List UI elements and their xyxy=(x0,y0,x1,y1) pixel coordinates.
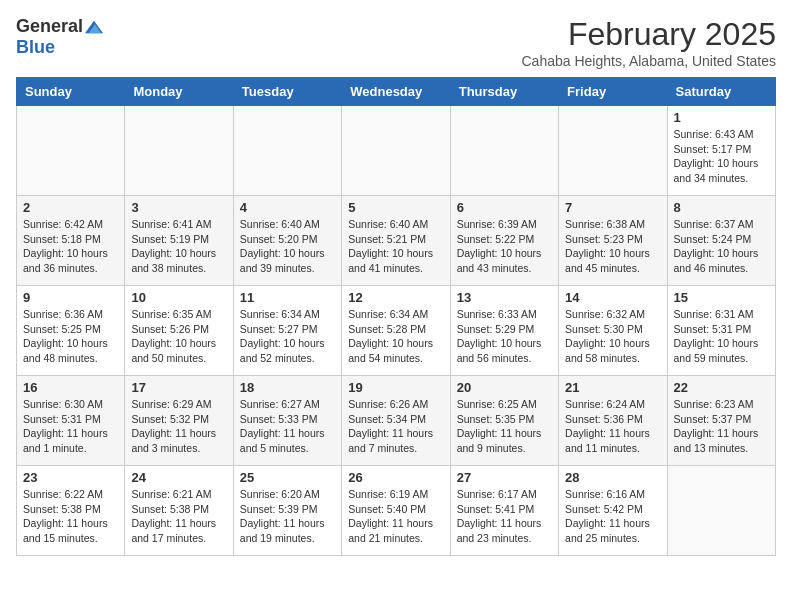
day-number: 20 xyxy=(457,380,552,395)
day-info: Sunrise: 6:35 AM Sunset: 5:26 PM Dayligh… xyxy=(131,307,226,366)
day-number: 22 xyxy=(674,380,769,395)
day-number: 17 xyxy=(131,380,226,395)
calendar-cell: 8Sunrise: 6:37 AM Sunset: 5:24 PM Daylig… xyxy=(667,196,775,286)
calendar-cell: 27Sunrise: 6:17 AM Sunset: 5:41 PM Dayli… xyxy=(450,466,558,556)
day-number: 15 xyxy=(674,290,769,305)
weekday-header-tuesday: Tuesday xyxy=(233,78,341,106)
calendar-cell: 10Sunrise: 6:35 AM Sunset: 5:26 PM Dayli… xyxy=(125,286,233,376)
day-info: Sunrise: 6:36 AM Sunset: 5:25 PM Dayligh… xyxy=(23,307,118,366)
day-info: Sunrise: 6:26 AM Sunset: 5:34 PM Dayligh… xyxy=(348,397,443,456)
calendar-cell: 25Sunrise: 6:20 AM Sunset: 5:39 PM Dayli… xyxy=(233,466,341,556)
day-number: 28 xyxy=(565,470,660,485)
calendar-cell: 11Sunrise: 6:34 AM Sunset: 5:27 PM Dayli… xyxy=(233,286,341,376)
day-info: Sunrise: 6:25 AM Sunset: 5:35 PM Dayligh… xyxy=(457,397,552,456)
day-info: Sunrise: 6:40 AM Sunset: 5:21 PM Dayligh… xyxy=(348,217,443,276)
day-number: 14 xyxy=(565,290,660,305)
day-info: Sunrise: 6:19 AM Sunset: 5:40 PM Dayligh… xyxy=(348,487,443,546)
calendar-cell: 26Sunrise: 6:19 AM Sunset: 5:40 PM Dayli… xyxy=(342,466,450,556)
day-info: Sunrise: 6:17 AM Sunset: 5:41 PM Dayligh… xyxy=(457,487,552,546)
calendar-cell: 12Sunrise: 6:34 AM Sunset: 5:28 PM Dayli… xyxy=(342,286,450,376)
day-info: Sunrise: 6:20 AM Sunset: 5:39 PM Dayligh… xyxy=(240,487,335,546)
calendar-cell: 18Sunrise: 6:27 AM Sunset: 5:33 PM Dayli… xyxy=(233,376,341,466)
day-info: Sunrise: 6:24 AM Sunset: 5:36 PM Dayligh… xyxy=(565,397,660,456)
calendar-cell: 7Sunrise: 6:38 AM Sunset: 5:23 PM Daylig… xyxy=(559,196,667,286)
calendar-cell: 14Sunrise: 6:32 AM Sunset: 5:30 PM Dayli… xyxy=(559,286,667,376)
day-info: Sunrise: 6:41 AM Sunset: 5:19 PM Dayligh… xyxy=(131,217,226,276)
day-info: Sunrise: 6:21 AM Sunset: 5:38 PM Dayligh… xyxy=(131,487,226,546)
calendar-week-1: 2Sunrise: 6:42 AM Sunset: 5:18 PM Daylig… xyxy=(17,196,776,286)
day-number: 5 xyxy=(348,200,443,215)
day-info: Sunrise: 6:33 AM Sunset: 5:29 PM Dayligh… xyxy=(457,307,552,366)
calendar-cell: 16Sunrise: 6:30 AM Sunset: 5:31 PM Dayli… xyxy=(17,376,125,466)
day-info: Sunrise: 6:30 AM Sunset: 5:31 PM Dayligh… xyxy=(23,397,118,456)
day-number: 4 xyxy=(240,200,335,215)
day-number: 24 xyxy=(131,470,226,485)
day-number: 2 xyxy=(23,200,118,215)
day-number: 13 xyxy=(457,290,552,305)
calendar-cell: 1Sunrise: 6:43 AM Sunset: 5:17 PM Daylig… xyxy=(667,106,775,196)
day-number: 9 xyxy=(23,290,118,305)
calendar-cell: 23Sunrise: 6:22 AM Sunset: 5:38 PM Dayli… xyxy=(17,466,125,556)
day-info: Sunrise: 6:29 AM Sunset: 5:32 PM Dayligh… xyxy=(131,397,226,456)
calendar-cell: 2Sunrise: 6:42 AM Sunset: 5:18 PM Daylig… xyxy=(17,196,125,286)
calendar-cell: 28Sunrise: 6:16 AM Sunset: 5:42 PM Dayli… xyxy=(559,466,667,556)
page-header: General Blue February 2025 Cahaba Height… xyxy=(16,16,776,69)
calendar-table: SundayMondayTuesdayWednesdayThursdayFrid… xyxy=(16,77,776,556)
calendar-cell: 6Sunrise: 6:39 AM Sunset: 5:22 PM Daylig… xyxy=(450,196,558,286)
day-info: Sunrise: 6:22 AM Sunset: 5:38 PM Dayligh… xyxy=(23,487,118,546)
day-number: 26 xyxy=(348,470,443,485)
calendar-cell: 21Sunrise: 6:24 AM Sunset: 5:36 PM Dayli… xyxy=(559,376,667,466)
calendar-cell: 9Sunrise: 6:36 AM Sunset: 5:25 PM Daylig… xyxy=(17,286,125,376)
calendar-week-3: 16Sunrise: 6:30 AM Sunset: 5:31 PM Dayli… xyxy=(17,376,776,466)
day-number: 12 xyxy=(348,290,443,305)
calendar-cell xyxy=(667,466,775,556)
day-number: 7 xyxy=(565,200,660,215)
day-number: 10 xyxy=(131,290,226,305)
day-info: Sunrise: 6:40 AM Sunset: 5:20 PM Dayligh… xyxy=(240,217,335,276)
logo: General Blue xyxy=(16,16,103,58)
day-number: 23 xyxy=(23,470,118,485)
calendar-cell: 22Sunrise: 6:23 AM Sunset: 5:37 PM Dayli… xyxy=(667,376,775,466)
day-info: Sunrise: 6:27 AM Sunset: 5:33 PM Dayligh… xyxy=(240,397,335,456)
month-title: February 2025 xyxy=(522,16,777,53)
weekday-header-wednesday: Wednesday xyxy=(342,78,450,106)
calendar-cell xyxy=(125,106,233,196)
calendar-cell: 5Sunrise: 6:40 AM Sunset: 5:21 PM Daylig… xyxy=(342,196,450,286)
day-number: 27 xyxy=(457,470,552,485)
calendar-header-row: SundayMondayTuesdayWednesdayThursdayFrid… xyxy=(17,78,776,106)
day-info: Sunrise: 6:34 AM Sunset: 5:28 PM Dayligh… xyxy=(348,307,443,366)
calendar-cell: 17Sunrise: 6:29 AM Sunset: 5:32 PM Dayli… xyxy=(125,376,233,466)
calendar-cell: 15Sunrise: 6:31 AM Sunset: 5:31 PM Dayli… xyxy=(667,286,775,376)
day-number: 16 xyxy=(23,380,118,395)
day-number: 1 xyxy=(674,110,769,125)
day-number: 6 xyxy=(457,200,552,215)
day-info: Sunrise: 6:38 AM Sunset: 5:23 PM Dayligh… xyxy=(565,217,660,276)
day-info: Sunrise: 6:31 AM Sunset: 5:31 PM Dayligh… xyxy=(674,307,769,366)
calendar-week-4: 23Sunrise: 6:22 AM Sunset: 5:38 PM Dayli… xyxy=(17,466,776,556)
day-info: Sunrise: 6:39 AM Sunset: 5:22 PM Dayligh… xyxy=(457,217,552,276)
day-info: Sunrise: 6:34 AM Sunset: 5:27 PM Dayligh… xyxy=(240,307,335,366)
logo-icon xyxy=(85,20,103,34)
day-number: 8 xyxy=(674,200,769,215)
day-info: Sunrise: 6:23 AM Sunset: 5:37 PM Dayligh… xyxy=(674,397,769,456)
calendar-cell: 13Sunrise: 6:33 AM Sunset: 5:29 PM Dayli… xyxy=(450,286,558,376)
calendar-cell: 3Sunrise: 6:41 AM Sunset: 5:19 PM Daylig… xyxy=(125,196,233,286)
day-number: 11 xyxy=(240,290,335,305)
calendar-cell: 4Sunrise: 6:40 AM Sunset: 5:20 PM Daylig… xyxy=(233,196,341,286)
location-title: Cahaba Heights, Alabama, United States xyxy=(522,53,777,69)
weekday-header-saturday: Saturday xyxy=(667,78,775,106)
day-number: 21 xyxy=(565,380,660,395)
day-number: 19 xyxy=(348,380,443,395)
day-number: 25 xyxy=(240,470,335,485)
weekday-header-friday: Friday xyxy=(559,78,667,106)
weekday-header-sunday: Sunday xyxy=(17,78,125,106)
calendar-cell: 20Sunrise: 6:25 AM Sunset: 5:35 PM Dayli… xyxy=(450,376,558,466)
calendar-cell: 24Sunrise: 6:21 AM Sunset: 5:38 PM Dayli… xyxy=(125,466,233,556)
calendar-cell xyxy=(17,106,125,196)
day-info: Sunrise: 6:42 AM Sunset: 5:18 PM Dayligh… xyxy=(23,217,118,276)
day-number: 18 xyxy=(240,380,335,395)
calendar-cell: 19Sunrise: 6:26 AM Sunset: 5:34 PM Dayli… xyxy=(342,376,450,466)
logo-blue: Blue xyxy=(16,37,55,58)
day-info: Sunrise: 6:32 AM Sunset: 5:30 PM Dayligh… xyxy=(565,307,660,366)
calendar-week-0: 1Sunrise: 6:43 AM Sunset: 5:17 PM Daylig… xyxy=(17,106,776,196)
